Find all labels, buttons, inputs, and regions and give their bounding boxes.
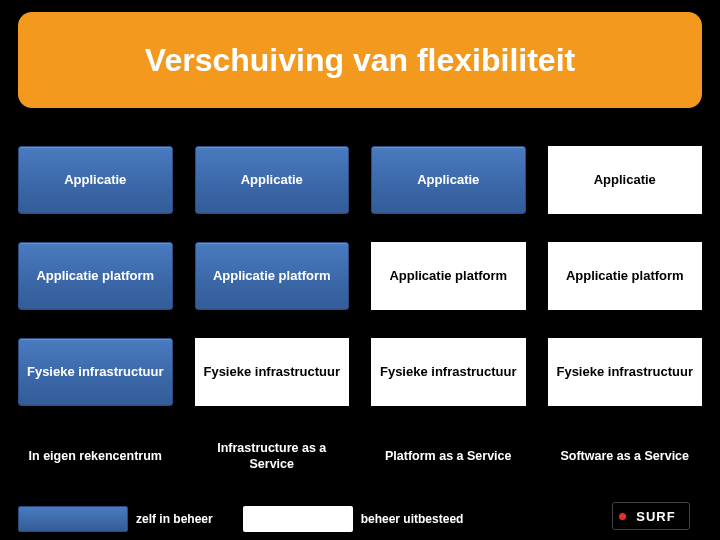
column-caption: Infrastructure as a Service [195,434,350,478]
logo-text: SURF [636,509,675,524]
layer-cell: Applicatie [18,146,173,214]
slide-title-bar: Verschuiving van flexibiliteit [18,12,702,108]
surf-logo: SURF [612,502,690,530]
slide-title: Verschuiving van flexibiliteit [145,42,575,79]
flexibility-grid: Applicatie Applicatie Applicatie Applica… [18,146,702,478]
layer-cell: Fysieke infrastructuur [371,338,526,406]
layer-cell: Applicatie platform [18,242,173,310]
layer-cell: Applicatie platform [371,242,526,310]
layer-cell: Fysieke infrastructuur [548,338,703,406]
column-caption: Software as a Service [548,434,703,478]
column-caption: In eigen rekencentrum [18,434,173,478]
legend-label-outsourced: beheer uitbesteed [361,512,464,526]
layer-cell: Fysieke infrastructuur [195,338,350,406]
legend-item-self: zelf in beheer [18,506,213,532]
legend-item-outsourced: beheer uitbesteed [243,506,464,532]
layer-cell: Applicatie [195,146,350,214]
layer-cell: Applicatie [371,146,526,214]
legend-swatch-self [18,506,128,532]
layer-cell: Applicatie platform [548,242,703,310]
layer-cell: Fysieke infrastructuur [18,338,173,406]
legend-label-self: zelf in beheer [136,512,213,526]
legend: zelf in beheer beheer uitbesteed [18,506,463,532]
column-caption: Platform as a Service [371,434,526,478]
legend-swatch-outsourced [243,506,353,532]
layer-cell: Applicatie platform [195,242,350,310]
layer-cell: Applicatie [548,146,703,214]
